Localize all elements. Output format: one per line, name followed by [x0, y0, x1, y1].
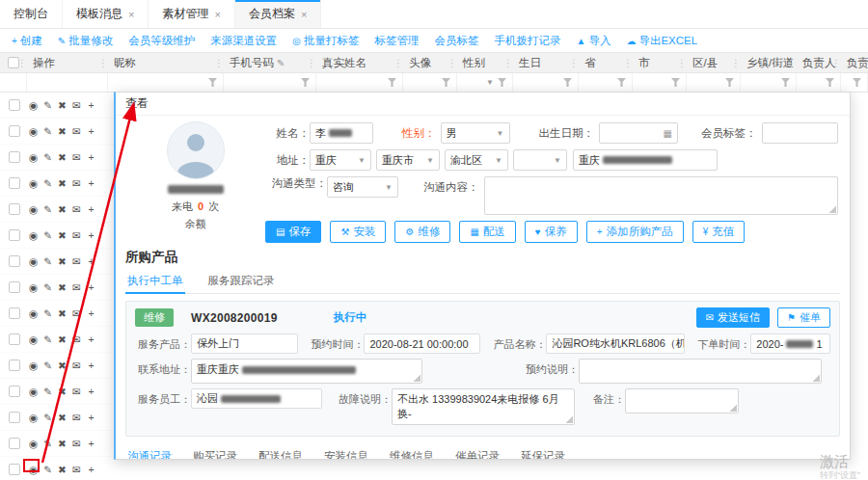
- row-checkbox[interactable]: [9, 464, 20, 475]
- delete-icon[interactable]: ✖: [57, 203, 68, 215]
- row-checkbox[interactable]: [9, 307, 20, 319]
- view-icon[interactable]: ◉: [28, 307, 39, 319]
- edit-icon[interactable]: ✎: [42, 333, 53, 345]
- batch-tag-button[interactable]: ◎批量打标签: [292, 34, 359, 48]
- address-detail-input[interactable]: 重庆: [573, 149, 718, 171]
- edit-icon[interactable]: ✎: [42, 99, 53, 111]
- message-icon[interactable]: ✉: [71, 255, 82, 267]
- comm-type-select[interactable]: 咨询▼: [327, 176, 398, 198]
- install-button[interactable]: ⚒安装: [330, 221, 386, 243]
- edit-icon[interactable]: ✎: [42, 386, 53, 397]
- recharge-button[interactable]: ¥充值: [692, 221, 746, 243]
- create-button[interactable]: +创建: [12, 34, 42, 48]
- tab-active-work-orders[interactable]: 执行中工单: [125, 269, 185, 293]
- phone-call-log-button[interactable]: 手机拨打记录: [494, 34, 560, 48]
- tab-install-info[interactable]: 安装信息: [322, 444, 370, 459]
- filter-icon[interactable]: [617, 78, 626, 87]
- tab-urge-records[interactable]: 催单记录: [453, 444, 502, 459]
- add-icon[interactable]: +: [86, 151, 96, 163]
- filter-icon[interactable]: [725, 78, 734, 87]
- view-icon[interactable]: ◉: [28, 229, 39, 241]
- source-channel-button[interactable]: 来源渠道设置: [210, 34, 277, 48]
- delete-icon[interactable]: ✖: [57, 151, 68, 163]
- row-checkbox[interactable]: [9, 203, 20, 215]
- message-icon[interactable]: ✉: [71, 125, 82, 137]
- message-icon[interactable]: ✉: [71, 229, 82, 241]
- close-icon[interactable]: ×: [301, 9, 307, 20]
- view-icon[interactable]: ◉: [28, 386, 39, 397]
- message-icon[interactable]: ✉: [71, 386, 82, 397]
- row-checkbox[interactable]: [9, 438, 20, 449]
- edit-icon[interactable]: ✎: [42, 360, 53, 371]
- filter-icon[interactable]: [301, 78, 310, 87]
- member-tag-input[interactable]: [762, 122, 839, 144]
- row-checkbox[interactable]: [9, 360, 20, 371]
- street-select[interactable]: ▼: [513, 149, 567, 171]
- view-icon[interactable]: ◉: [28, 203, 39, 215]
- filter-icon[interactable]: [826, 78, 834, 87]
- view-icon[interactable]: ◉: [28, 151, 39, 163]
- product-name-input[interactable]: 沁园RO纯水机KRL6806（机械式，厨: [546, 333, 685, 354]
- tab-repair-info[interactable]: 维修信息: [388, 444, 436, 459]
- close-icon[interactable]: ×: [214, 9, 220, 20]
- row-checkbox[interactable]: [9, 281, 20, 293]
- view-icon[interactable]: ◉: [28, 333, 39, 345]
- district-select[interactable]: 渝北区▼: [445, 149, 508, 171]
- view-icon[interactable]: ◉: [28, 464, 39, 475]
- service-staff-input[interactable]: 沁园: [191, 388, 322, 409]
- row-checkbox[interactable]: [9, 177, 20, 189]
- tab-console[interactable]: 控制台: [0, 0, 63, 28]
- select-all-checkbox[interactable]: [8, 57, 19, 68]
- add-icon[interactable]: +: [86, 412, 96, 423]
- delete-icon[interactable]: ✖: [57, 438, 68, 449]
- row-checkbox[interactable]: [9, 386, 20, 397]
- tab-template-message[interactable]: 模板消息 ×: [63, 0, 149, 28]
- edit-icon[interactable]: ✎: [42, 203, 53, 215]
- view-icon[interactable]: ◉: [28, 125, 39, 137]
- add-icon[interactable]: +: [86, 333, 96, 345]
- tab-purchase-records[interactable]: 购买记录: [191, 444, 239, 459]
- message-icon[interactable]: ✉: [71, 333, 82, 345]
- filter-icon[interactable]: [208, 78, 217, 87]
- message-icon[interactable]: ✉: [71, 360, 82, 371]
- row-checkbox[interactable]: [9, 151, 20, 163]
- message-icon[interactable]: ✉: [71, 177, 82, 189]
- filter-icon[interactable]: [781, 78, 790, 87]
- filter-icon[interactable]: [498, 78, 506, 87]
- row-checkbox[interactable]: [9, 412, 20, 423]
- add-icon[interactable]: +: [86, 229, 96, 241]
- view-icon[interactable]: ◉: [28, 360, 39, 371]
- view-icon[interactable]: ◉: [28, 177, 39, 189]
- contact-address-textarea[interactable]: 重庆重庆: [191, 359, 422, 384]
- appoint-time-input[interactable]: 2020-08-21 00:00:00: [364, 333, 480, 354]
- view-icon[interactable]: ◉: [28, 281, 39, 293]
- edit-icon[interactable]: ✎: [42, 255, 53, 267]
- import-button[interactable]: ▲导入: [576, 34, 610, 48]
- tab-service-tracking[interactable]: 服务跟踪记录: [206, 269, 277, 293]
- add-icon[interactable]: +: [86, 203, 96, 215]
- edit-icon[interactable]: ✎: [42, 125, 53, 137]
- repair-button[interactable]: ⚙维修: [394, 221, 450, 243]
- close-icon[interactable]: ×: [128, 9, 134, 20]
- tag-manage-button[interactable]: 标签管理: [374, 34, 419, 48]
- view-icon[interactable]: ◉: [28, 438, 39, 449]
- filter-icon[interactable]: [563, 78, 572, 87]
- delete-icon[interactable]: ✖: [57, 307, 68, 319]
- delivery-button[interactable]: ▦配送: [459, 221, 515, 243]
- send-sms-button[interactable]: ✉发送短信: [696, 307, 770, 328]
- add-icon[interactable]: +: [86, 99, 96, 111]
- service-product-input[interactable]: 保外上门: [191, 333, 298, 354]
- edit-icon[interactable]: ✎: [42, 177, 53, 189]
- delete-icon[interactable]: ✖: [57, 229, 68, 241]
- delete-icon[interactable]: ✖: [57, 281, 68, 293]
- message-icon[interactable]: ✉: [71, 151, 82, 163]
- tab-comm-records[interactable]: 沟通记录: [125, 444, 174, 459]
- message-icon[interactable]: ✉: [71, 203, 82, 215]
- tab-warranty-records[interactable]: 延保记录: [519, 444, 567, 459]
- row-checkbox[interactable]: [9, 99, 20, 111]
- row-checkbox[interactable]: [9, 255, 20, 267]
- province-select[interactable]: 重庆▼: [310, 149, 371, 171]
- city-select[interactable]: 重庆市▼: [376, 149, 440, 171]
- message-icon[interactable]: ✉: [71, 307, 82, 319]
- add-icon[interactable]: +: [86, 307, 96, 319]
